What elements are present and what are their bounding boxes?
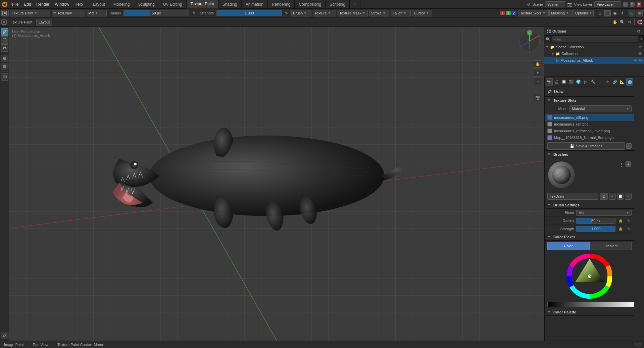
radius-lock-icon[interactable]: 🔒 (617, 218, 624, 224)
menu-render[interactable]: Render (34, 0, 52, 8)
blend-selector[interactable]: Mix ▼ (87, 10, 107, 16)
scene-collection-item[interactable]: ▼ 📁 Scene Collection 👁 (544, 44, 644, 50)
texture-btn[interactable]: Texture ▼ (313, 10, 336, 16)
prop-material-icon[interactable]: ⬤ (626, 78, 633, 86)
xyz-y[interactable]: Y (506, 11, 511, 15)
smear-tool-btn[interactable] (1, 44, 8, 52)
prop-scene-icon[interactable]: 🎬 (568, 78, 575, 86)
tab-texture-paint[interactable]: Texture Paint (187, 0, 218, 8)
brush-num-input[interactable] (600, 193, 608, 200)
view-menu[interactable]: Layout (36, 19, 52, 26)
cursor-btn[interactable]: Cursor ▼ (412, 10, 432, 16)
strength-bar[interactable]: 1.000 (576, 226, 615, 232)
snap-icon[interactable]: 🧲 (636, 19, 643, 26)
tab-layout[interactable]: Layout (89, 0, 109, 8)
outliner-search-input[interactable] (552, 36, 638, 42)
maximize-btn[interactable]: □ (630, 2, 635, 7)
texture-mask-btn[interactable]: Texture Mask ▼ (338, 10, 368, 16)
prop-world-icon[interactable]: 🌍 (575, 78, 582, 86)
prop-render-icon[interactable]: 📷 (546, 78, 553, 86)
menu-file[interactable]: File (9, 0, 21, 8)
brush-settings-header[interactable]: ▼ Brush Settings (545, 201, 634, 209)
blend-value-field[interactable]: Mix ▼ (576, 210, 632, 216)
mask-tool-btn[interactable] (1, 73, 8, 81)
fill-tool-btn[interactable] (1, 63, 8, 70)
clone-tool-btn[interactable] (1, 55, 8, 62)
brush-menu-btn[interactable]: Brush ▼ (291, 10, 311, 16)
gizmo-btn[interactable]: ⊕ (636, 10, 643, 16)
prop-object-icon[interactable]: ▷ (583, 78, 589, 86)
falloff-btn[interactable]: Falloff ▼ (391, 10, 411, 16)
mode-value-field[interactable]: Material ▼ (569, 105, 632, 112)
texture-slots-btn[interactable]: Texture Slots ▼ (518, 10, 549, 16)
filter-dropdown-icon[interactable]: ▼ (640, 38, 643, 41)
blender-logo[interactable] (0, 0, 9, 9)
tab-animation[interactable]: Animation (242, 0, 268, 8)
stroke-btn[interactable]: Stroke ▼ (369, 10, 389, 16)
editor-type-btn[interactable] (1, 10, 9, 16)
tex-item-0[interactable]: mosasaurus_diff.png (545, 114, 634, 121)
strength-field[interactable]: 1.000 (216, 10, 282, 16)
brush-name-input[interactable] (547, 193, 598, 200)
prop-modifier-icon[interactable]: 🔧 (590, 78, 597, 86)
scene-input[interactable] (545, 1, 565, 7)
soften-tool-btn[interactable] (1, 36, 8, 44)
annotate-tool-btn[interactable] (1, 332, 8, 339)
tex-item-3[interactable]: Map__10183618_Normal_Bump.tga (545, 134, 634, 141)
tab-sculpting[interactable]: Sculpting (134, 0, 159, 8)
radius-field[interactable]: 50 px (123, 10, 189, 16)
tab-compositing[interactable]: Compositing (295, 0, 326, 8)
nav-widget[interactable]: X Y Z Y (518, 30, 541, 53)
brush-selector[interactable]: ✏ TexDraw (52, 10, 85, 16)
tab-rendering[interactable]: Rendering (268, 0, 295, 8)
strength-edit-icon[interactable]: ✎ (283, 10, 290, 16)
outliner-filter-icon[interactable]: ⚙ (635, 28, 642, 35)
brush-copy-icon[interactable]: 📋 (617, 193, 624, 200)
viewport[interactable]: User Perspective (1) Mosasaurus_Attack X… (9, 27, 544, 341)
xyz-z[interactable]: Z (511, 11, 516, 15)
value-bar[interactable] (547, 302, 634, 307)
radius-edit-icon[interactable]: ✎ (191, 10, 197, 16)
mosa-eye[interactable]: 👁 (633, 58, 637, 62)
shading-wire[interactable]: ◻ (597, 10, 603, 16)
overlay-btn[interactable]: ⊡ (629, 10, 635, 16)
tab-uv-editing[interactable]: UV Editing (159, 0, 187, 8)
pan-icon[interactable]: ✋ (534, 60, 541, 68)
save-all-images-btn[interactable]: 💾 Save All Images (547, 142, 625, 150)
color-tab-gradient[interactable]: Gradient (590, 242, 632, 250)
prop-view-icon[interactable]: 🔲 (561, 78, 567, 86)
radius-bar[interactable]: 50 px (576, 218, 615, 224)
coll-eye[interactable]: 👁 (638, 52, 642, 56)
prop-output-icon[interactable]: 🖨 (553, 78, 560, 86)
collection-item[interactable]: ▼ 📁 Collection 👁 (544, 50, 644, 57)
options-btn[interactable]: Options ▼ (574, 10, 594, 16)
add-brush-btn[interactable]: + (626, 161, 631, 167)
tex-item-2[interactable]: mosasaurus_refraction_invert.png (545, 128, 634, 134)
scene-coll-eye[interactable]: 👁 (638, 45, 642, 49)
brush-options-icon[interactable]: ⋮ (618, 161, 625, 168)
color-palette-header[interactable]: ▼ Color Palette (545, 308, 634, 316)
menu-help[interactable]: Help (72, 0, 86, 8)
tab-shading[interactable]: Shading (218, 0, 242, 8)
strength-pressure-icon[interactable]: ✎ (626, 226, 632, 232)
radius-pressure-icon[interactable]: ✎ (626, 218, 632, 224)
menu-window[interactable]: Window (52, 0, 72, 8)
xyz-x[interactable]: X (500, 11, 505, 15)
prop-constraints-icon[interactable]: 🔗 (612, 78, 618, 86)
close-btn[interactable]: ✕ (637, 2, 641, 7)
zoom-tool-icon[interactable]: 🔍 (619, 19, 626, 26)
prop-data-icon[interactable]: 📐 (619, 78, 626, 86)
camera-icon-btn[interactable]: 📷 (534, 94, 541, 101)
viewlayer-input[interactable] (594, 1, 621, 7)
zoom-in-icon[interactable]: + (534, 69, 541, 77)
prop-physics-icon[interactable]: ⚛ (604, 78, 611, 86)
mosasaurus-item[interactable]: ▷ Mosasaurus_Attack 👁 👁 (544, 57, 644, 64)
add-texture-btn[interactable]: + (626, 143, 632, 149)
shading-render[interactable]: ☀ (619, 10, 626, 16)
texture-slots-header[interactable]: ▼ Texture Slots (545, 97, 634, 104)
minimize-btn[interactable]: ─ (623, 2, 628, 7)
brushes-header[interactable]: ▼ Brushes (545, 151, 634, 158)
tex-item-1[interactable]: mosasaurus_refl.png (545, 121, 634, 128)
menu-edit[interactable]: Edit (21, 0, 34, 8)
masking-btn[interactable]: Masking ▼ (549, 10, 573, 16)
